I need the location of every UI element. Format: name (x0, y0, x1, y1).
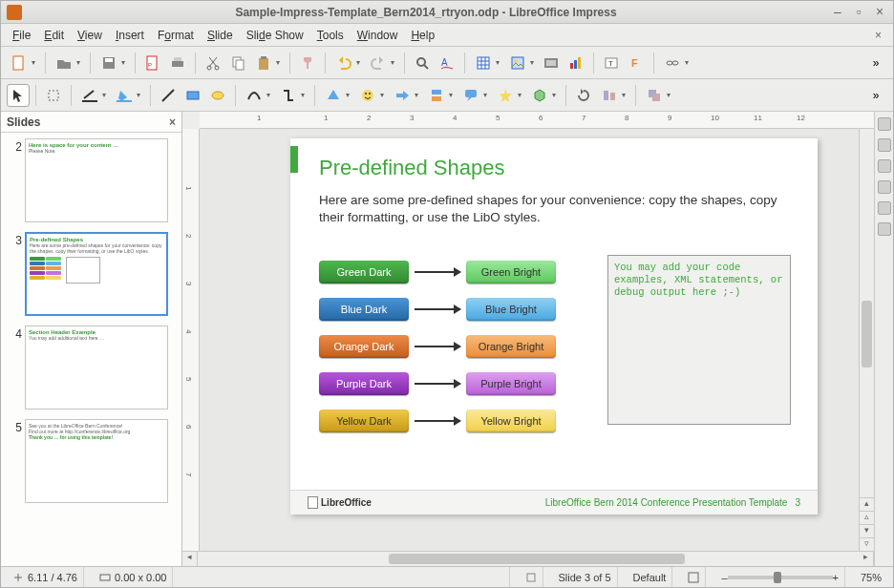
status-zoom-fit[interactable] (682, 567, 706, 587)
slide-thumb-4[interactable]: 4 Section Header ExampleYou may add addi… (3, 324, 180, 411)
find-button[interactable] (411, 52, 434, 74)
status-zoom-value[interactable]: 75% (855, 567, 887, 587)
fill-color-button[interactable] (112, 84, 144, 107)
rotate-button[interactable] (572, 84, 595, 107)
shape-row-purple[interactable]: Purple Dark Purple Bright (319, 372, 556, 395)
slides-panel-close[interactable]: × (169, 116, 176, 129)
menu-slide[interactable]: Slide (202, 27, 239, 44)
slide-thumb-5[interactable]: 5 See you at the LibreOffice Bern Confer… (3, 417, 180, 505)
close-window-button[interactable]: × (872, 5, 887, 20)
first-slide-button[interactable]: ▵ (860, 511, 874, 524)
shape-row-yellow[interactable]: Yellow Dark Yellow Bright (319, 410, 556, 432)
clone-formatting-button[interactable] (296, 52, 319, 74)
shape-purple-dark[interactable]: Purple Dark (319, 372, 409, 395)
prev-slide-button[interactable]: ▴ (860, 497, 874, 511)
horizontal-ruler[interactable]: 1 1 2 3 4 5 6 7 8 9 10 11 12 (200, 112, 874, 129)
ellipse-button[interactable] (206, 84, 229, 107)
arrange-button[interactable] (642, 84, 674, 107)
toolbar-overflow[interactable]: » (864, 52, 887, 74)
scroll-right-button[interactable]: ▸ (859, 552, 874, 566)
menu-format[interactable]: Format (152, 27, 200, 44)
rectangle-button[interactable] (181, 84, 204, 107)
slide-thumb-2[interactable]: 2 Here is space for your content …Please… (3, 136, 180, 224)
textbox-button[interactable]: T (600, 52, 623, 74)
menu-help[interactable]: Help (405, 27, 440, 44)
shape-blue-bright[interactable]: Blue Bright (466, 298, 556, 321)
horizontal-scrollbar[interactable]: ◂ ▸ (182, 551, 874, 566)
zoom-slider[interactable]: –+ (715, 567, 845, 587)
scroll-thumb[interactable] (862, 301, 872, 368)
shape-blue-dark[interactable]: Blue Dark (319, 298, 409, 321)
menu-window[interactable]: Window (351, 27, 404, 44)
export-pdf-button[interactable]: P (141, 52, 164, 74)
next-slide-button[interactable]: ▾ (860, 524, 874, 537)
maximize-button[interactable]: ▫ (851, 5, 866, 20)
drawbar-overflow[interactable]: » (864, 84, 887, 107)
zoom-pan-button[interactable] (42, 84, 65, 107)
shape-row-green[interactable]: Green Dark Green Bright (319, 261, 556, 284)
table-button[interactable] (471, 52, 503, 74)
scroll-left-button[interactable]: ◂ (182, 552, 198, 566)
sidebar-master-slides[interactable] (878, 180, 891, 194)
menu-slideshow[interactable]: Slide Show (241, 27, 309, 44)
sidebar-slide-transition[interactable] (878, 138, 891, 152)
3d-objects-button[interactable] (527, 84, 560, 107)
select-tool[interactable] (7, 84, 30, 107)
print-button[interactable] (166, 52, 189, 74)
sidebar-properties[interactable] (878, 117, 891, 131)
shape-yellow-bright[interactable]: Yellow Bright (466, 410, 556, 432)
close-document-button[interactable]: × (869, 27, 887, 44)
vertical-ruler[interactable]: 1 2 3 4 5 6 7 (182, 129, 200, 551)
scroll-thumb-h[interactable] (389, 554, 685, 564)
vertical-scrollbar[interactable]: ▴ ▵ ▾ ▿ (859, 129, 874, 551)
slide-title[interactable]: Pre-defined Shapes (319, 156, 504, 180)
slide-body-text[interactable]: Here are some pre-defined shapes for you… (319, 192, 789, 226)
menu-view[interactable]: View (72, 27, 108, 44)
slide-editor[interactable]: Pre-defined Shapes Here are some pre-def… (290, 138, 818, 514)
shape-yellow-dark[interactable]: Yellow Dark (319, 410, 409, 432)
symbol-shapes-button[interactable] (355, 84, 388, 107)
shape-orange-dark[interactable]: Orange Dark (319, 335, 409, 358)
block-arrows-button[interactable] (390, 84, 422, 107)
shape-orange-bright[interactable]: Orange Bright (466, 335, 556, 358)
callouts-button[interactable] (458, 84, 491, 107)
shape-green-dark[interactable]: Green Dark (319, 261, 409, 284)
chart-button[interactable] (564, 52, 587, 74)
basic-shapes-button[interactable] (321, 84, 353, 107)
shape-row-orange[interactable]: Orange Dark Orange Bright (319, 335, 556, 358)
status-slide-count[interactable]: Slide 3 of 5 (553, 567, 618, 587)
open-button[interactable] (52, 52, 84, 74)
image-button[interactable] (505, 52, 538, 74)
status-style[interactable]: Default (628, 567, 673, 587)
shape-purple-bright[interactable]: Purple Bright (466, 372, 556, 395)
sidebar-navigator[interactable] (878, 222, 891, 236)
shape-green-bright[interactable]: Green Bright (466, 261, 556, 284)
save-button[interactable] (96, 52, 129, 74)
menu-file[interactable]: File (7, 27, 36, 44)
connector-button[interactable] (276, 84, 309, 107)
paste-button[interactable] (251, 52, 284, 74)
sidebar-gallery[interactable] (878, 201, 891, 215)
line-color-button[interactable] (77, 84, 110, 107)
undo-button[interactable] (331, 52, 364, 74)
last-slide-button[interactable]: ▿ (860, 537, 874, 551)
minimize-button[interactable]: – (830, 5, 845, 20)
stars-button[interactable] (493, 84, 525, 107)
fontwork-button[interactable]: F (625, 52, 648, 74)
media-button[interactable] (540, 52, 563, 74)
curve-button[interactable] (242, 84, 274, 107)
shape-row-blue[interactable]: Blue Dark Blue Bright (319, 298, 556, 321)
menu-insert[interactable]: Insert (110, 27, 150, 44)
slide-thumbnails[interactable]: 2 Here is space for your content …Please… (1, 133, 181, 566)
menu-edit[interactable]: Edit (38, 27, 70, 44)
cut-button[interactable] (202, 52, 224, 74)
flowchart-button[interactable] (424, 84, 457, 107)
line-button[interactable] (157, 84, 180, 107)
status-signature[interactable] (520, 567, 543, 587)
new-button[interactable] (7, 52, 39, 74)
align-button[interactable] (597, 84, 629, 107)
slide-thumb-3[interactable]: 3 Pre-defined ShapesHere are some pre-de… (3, 230, 180, 318)
redo-button[interactable] (366, 52, 398, 74)
hyperlink-button[interactable] (660, 52, 692, 74)
sidebar-animation[interactable] (878, 159, 891, 173)
